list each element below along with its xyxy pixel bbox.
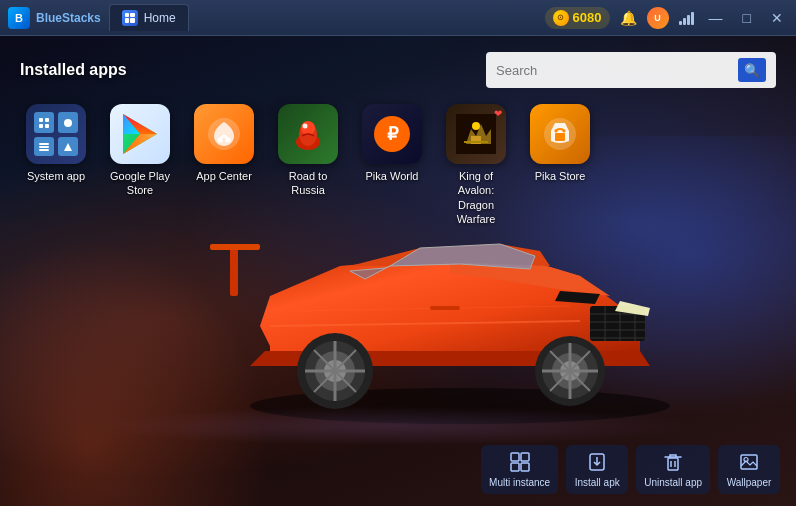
toolbar-wallpaper[interactable]: Wallpaper (718, 445, 780, 494)
svg-rect-31 (430, 306, 460, 310)
sys-tile-1 (34, 112, 54, 133)
app-label-app-center: App Center (196, 169, 252, 183)
svg-rect-2 (125, 18, 129, 23)
svg-point-50 (301, 121, 315, 135)
svg-rect-64 (668, 458, 678, 470)
coins-value: 6080 (573, 10, 602, 25)
search-input[interactable] (496, 63, 732, 78)
coins-badge[interactable]: ⊙ 6080 (545, 7, 610, 29)
bluestacks-icon: B (8, 7, 30, 29)
app-label-king-of-avalon: King of Avalon: Dragon Warfare (440, 169, 512, 226)
app-icon-system-app (26, 104, 86, 164)
home-tab[interactable]: Home (109, 4, 189, 31)
svg-rect-58 (511, 453, 519, 461)
svg-rect-67 (741, 455, 757, 469)
app-icon-pika-store (530, 104, 590, 164)
svg-rect-33 (45, 118, 49, 122)
notification-icon[interactable]: 🔔 (620, 10, 637, 26)
user-avatar[interactable]: U (647, 7, 669, 29)
pika-store-icon (530, 104, 590, 164)
app-icon-google-play (110, 104, 170, 164)
svg-point-47 (226, 138, 231, 143)
app-label-road-to-russia: Road to Russia (272, 169, 344, 198)
install-apk-icon (586, 451, 608, 473)
minimize-button[interactable]: — (704, 8, 728, 28)
app-item-road-to-russia[interactable]: Road to Russia (272, 104, 344, 198)
app-label-pika-store: Pika Store (535, 169, 586, 183)
svg-point-46 (218, 138, 223, 143)
king-of-avalon-icon: ❤ (446, 104, 506, 164)
home-tab-label: Home (144, 11, 176, 25)
svg-rect-32 (39, 118, 43, 122)
svg-rect-59 (521, 453, 529, 461)
search-bar[interactable]: 🔍 (486, 52, 776, 88)
app-center-icon (194, 104, 254, 164)
title-bar-left: B BlueStacks Home (8, 4, 189, 31)
installed-apps-label: Installed apps (20, 61, 127, 79)
toolbar-uninstall-app-label: Uninstall app (644, 477, 702, 488)
svg-rect-38 (39, 146, 49, 148)
search-button[interactable]: 🔍 (738, 58, 766, 82)
svg-point-56 (555, 130, 558, 133)
svg-rect-39 (39, 149, 49, 151)
svg-rect-0 (125, 13, 129, 17)
toolbar-install-apk-label: Install apk (575, 477, 620, 488)
app-item-pika-store[interactable]: Pika Store (524, 104, 596, 183)
pika-world-icon: ₽ (362, 104, 422, 164)
sys-tile-2 (58, 112, 78, 133)
king-heart-icon: ❤ (494, 108, 502, 119)
svg-rect-3 (130, 18, 135, 23)
toolbar-wallpaper-label: Wallpaper (727, 477, 772, 488)
app-label-google-play: Google Play Store (104, 169, 176, 198)
svg-point-36 (64, 119, 72, 127)
svg-rect-6 (210, 244, 260, 250)
svg-rect-61 (521, 463, 529, 471)
app-icon-app-center (194, 104, 254, 164)
svg-point-57 (563, 130, 566, 133)
play-store-icon (110, 104, 170, 164)
app-item-app-center[interactable]: App Center (188, 104, 260, 183)
svg-rect-60 (511, 463, 519, 471)
svg-rect-34 (39, 124, 43, 128)
toolbar-install-apk[interactable]: Install apk (566, 445, 628, 494)
toolbar-uninstall-app[interactable]: Uninstall app (636, 445, 710, 494)
app-item-pika-world[interactable]: ₽ Pika World (356, 104, 428, 183)
svg-rect-55 (555, 133, 565, 141)
sys-tile-3 (34, 137, 54, 156)
svg-rect-1 (130, 13, 135, 17)
main-area: Installed apps 🔍 (0, 36, 796, 506)
pika-world-logo: ₽ (374, 116, 410, 152)
wallpaper-icon (738, 451, 760, 473)
svg-rect-5 (230, 246, 238, 296)
sys-tile-4 (58, 137, 78, 156)
toolbar-multi-instance-label: Multi instance (489, 477, 550, 488)
uninstall-app-icon (662, 451, 684, 473)
svg-point-53 (472, 122, 480, 130)
content-overlay: Installed apps 🔍 (0, 36, 796, 242)
system-app-icon (26, 104, 86, 164)
close-button[interactable]: ✕ (766, 8, 788, 28)
toolbar-multi-instance[interactable]: Multi instance (481, 445, 558, 494)
svg-point-51 (303, 124, 308, 129)
app-item-google-play[interactable]: Google Play Store (104, 104, 176, 198)
svg-rect-35 (45, 124, 49, 128)
bluestacks-logo: B BlueStacks (8, 7, 101, 29)
multi-instance-icon (509, 451, 531, 473)
bluestacks-name: BlueStacks (36, 11, 101, 25)
app-icon-road-to-russia (278, 104, 338, 164)
app-item-king-of-avalon[interactable]: ❤ King of Avalon: Dragon Warfare (440, 104, 512, 226)
app-icon-pika-world: ₽ (362, 104, 422, 164)
app-item-system-app[interactable]: System app (20, 104, 92, 183)
signal-icon (679, 11, 694, 25)
app-icon-king-of-avalon: ❤ (446, 104, 506, 164)
bottom-toolbar: Multi instance Install apk (481, 445, 780, 494)
svg-rect-37 (39, 143, 49, 145)
coin-icon: ⊙ (553, 10, 569, 26)
maximize-button[interactable]: □ (738, 8, 756, 28)
home-tab-icon (122, 10, 138, 26)
top-row: Installed apps 🔍 (20, 52, 776, 88)
app-label-pika-world: Pika World (366, 169, 419, 183)
title-bar: B BlueStacks Home ⊙ 6080 🔔 U — □ ✕ (0, 0, 796, 36)
title-bar-right: ⊙ 6080 🔔 U — □ ✕ (545, 7, 788, 29)
svg-marker-40 (64, 143, 72, 151)
